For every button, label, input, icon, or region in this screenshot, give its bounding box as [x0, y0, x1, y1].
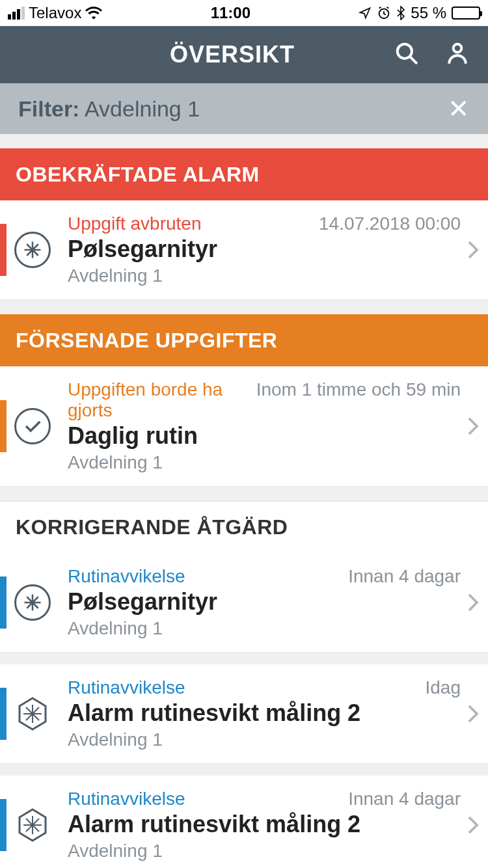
item-tag: Rutinavvikelse — [68, 566, 185, 587]
wifi-icon — [85, 7, 102, 20]
chevron-right-icon — [467, 704, 479, 724]
item-body: Rutinavvikelse Innan 4 dagar Pølsegarnit… — [68, 566, 461, 639]
filter-bar[interactable]: Filter: Avdelning 1 ✕ — [0, 83, 488, 134]
section-overdue-heading: FÖRSENADE UPPGIFTER — [0, 314, 488, 366]
status-time: 11:00 — [211, 4, 251, 22]
status-left: Telavox — [8, 4, 102, 22]
gap — [0, 487, 488, 501]
item-title: Alarm rutinesvikt måling 2 — [68, 699, 461, 727]
search-icon[interactable] — [394, 41, 419, 68]
item-title: Daglig rutin — [68, 422, 461, 450]
item-title: Alarm rutinesvikt måling 2 — [68, 811, 461, 838]
item-subtitle: Avdelning 1 — [68, 618, 461, 639]
header-actions — [394, 41, 470, 68]
carrier-label: Telavox — [29, 4, 81, 22]
item-tag: Uppgift avbruten — [68, 213, 201, 234]
gap — [0, 653, 488, 664]
gap — [0, 134, 488, 148]
snowflake-hex-icon — [14, 696, 51, 732]
overdue-item[interactable]: Uppgiften borde ha gjorts Inom 1 timme o… — [0, 366, 488, 487]
chevron-right-icon — [467, 593, 479, 612]
section-corrective-heading: KORRIGERANDE ÅTGÄRD — [0, 501, 488, 553]
item-time: Inom 1 timme och 59 min — [256, 379, 461, 400]
item-body: Uppgift avbruten 14.07.2018 00:00 Pølseg… — [68, 213, 461, 286]
page-title: ÖVERSIKT — [70, 41, 394, 68]
snowflake-icon — [14, 584, 51, 621]
accent-bar — [0, 400, 7, 452]
app-header: ÖVERSIKT — [0, 26, 488, 83]
alarm-clock-icon — [377, 6, 391, 20]
item-title: Pølsegarnityr — [68, 588, 461, 616]
snowflake-icon — [14, 232, 51, 268]
accent-bar — [0, 224, 7, 276]
status-bar: Telavox 11:00 55 % — [0, 0, 488, 26]
bluetooth-icon — [396, 6, 405, 20]
item-subtitle: Avdelning 1 — [68, 729, 461, 750]
filter-text: Filter: Avdelning 1 — [18, 96, 200, 122]
item-tag: Rutinavvikelse — [68, 789, 185, 809]
snowflake-hex-icon — [14, 807, 51, 843]
corrective-item[interactable]: Rutinavvikelse Idag Alarm rutinesvikt må… — [0, 664, 488, 764]
item-time: Innan 4 dagar — [348, 789, 461, 809]
item-time: 14.07.2018 00:00 — [319, 213, 461, 234]
gap — [0, 300, 488, 314]
item-subtitle: Avdelning 1 — [68, 452, 461, 473]
battery-icon — [452, 7, 480, 20]
section-unconfirmed-heading: OBEKRÄFTADE ALARM — [0, 148, 488, 200]
chevron-right-icon — [467, 240, 479, 260]
item-body: Rutinavvikelse Innan 4 dagar Alarm rutin… — [68, 789, 461, 861]
filter-value: Avdelning 1 — [85, 96, 200, 121]
corrective-item[interactable]: Rutinavvikelse Innan 4 dagar Alarm rutin… — [0, 776, 488, 868]
svg-line-2 — [410, 57, 417, 64]
signal-icon — [8, 7, 25, 20]
location-arrow-icon — [359, 7, 372, 20]
item-time: Innan 4 dagar — [348, 566, 461, 587]
gap — [0, 764, 488, 776]
status-right: 55 % — [359, 4, 480, 22]
item-body: Rutinavvikelse Idag Alarm rutinesvikt må… — [68, 677, 461, 750]
accent-bar — [0, 799, 7, 851]
item-title: Pølsegarnityr — [68, 236, 461, 263]
battery-percent: 55 % — [411, 4, 446, 22]
alarm-item[interactable]: Uppgift avbruten 14.07.2018 00:00 Pølseg… — [0, 200, 488, 300]
item-subtitle: Avdelning 1 — [68, 841, 461, 861]
filter-label: Filter: — [18, 96, 79, 121]
svg-point-3 — [454, 44, 462, 53]
chevron-right-icon — [467, 815, 479, 835]
item-tag: Rutinavvikelse — [68, 677, 185, 698]
item-time: Idag — [426, 677, 461, 698]
corrective-item[interactable]: Rutinavvikelse Innan 4 dagar Pølsegarnit… — [0, 553, 488, 653]
profile-icon[interactable] — [445, 41, 470, 68]
item-tag: Uppgiften borde ha gjorts — [68, 379, 249, 421]
item-body: Uppgiften borde ha gjorts Inom 1 timme o… — [68, 379, 461, 473]
chevron-right-icon — [467, 416, 479, 436]
accent-bar — [0, 576, 7, 629]
close-icon[interactable]: ✕ — [448, 94, 470, 124]
svg-point-1 — [398, 44, 412, 59]
accent-bar — [0, 688, 7, 740]
item-subtitle: Avdelning 1 — [68, 265, 461, 286]
checkmark-icon — [14, 408, 51, 444]
